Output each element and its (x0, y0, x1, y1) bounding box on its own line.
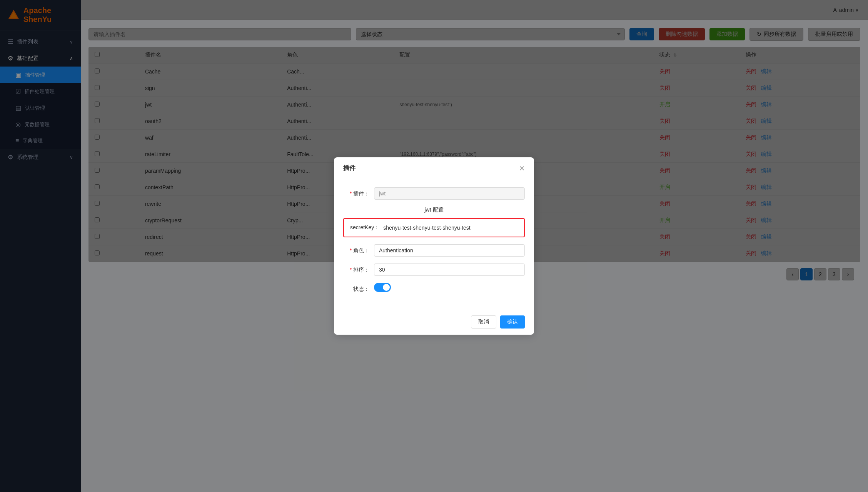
plugin-modal: 插件 ✕ * 插件： jwt 配置 secretKey： (334, 157, 534, 335)
form-row-plugin: * 插件： (343, 187, 525, 200)
config-box: secretKey： (343, 218, 525, 237)
required-marker: * (350, 267, 352, 273)
config-title: jwt 配置 (343, 207, 525, 213)
modal-body: * 插件： jwt 配置 secretKey： * 角色： (334, 178, 534, 309)
modal-overlay: 插件 ✕ * 插件： jwt 配置 secretKey： (0, 0, 868, 492)
config-value-input[interactable] (383, 225, 518, 231)
config-section: jwt 配置 secretKey： (343, 207, 525, 237)
cancel-button[interactable]: 取消 (471, 315, 496, 329)
plugin-input[interactable] (374, 187, 525, 200)
required-marker: * (350, 190, 352, 197)
role-label: * 角色： (343, 244, 374, 254)
modal-title: 插件 (343, 164, 356, 172)
plugin-label: * 插件： (343, 187, 374, 197)
form-row-status: 状态： (343, 283, 525, 293)
confirm-button[interactable]: 确认 (500, 315, 525, 329)
role-input[interactable] (374, 244, 525, 257)
modal-footer: 取消 确认 (334, 309, 534, 335)
form-row-role: * 角色： (343, 244, 525, 257)
status-toggle-wrap (374, 283, 391, 292)
required-marker: * (350, 247, 352, 254)
config-row: secretKey： (350, 224, 518, 231)
modal-header: 插件 ✕ (334, 157, 534, 178)
sort-label: * 排序： (343, 264, 374, 274)
toggle-slider (374, 283, 391, 292)
status-label: 状态： (343, 283, 374, 293)
modal-close-button[interactable]: ✕ (519, 165, 525, 172)
sort-input[interactable] (374, 264, 525, 276)
form-row-sort: * 排序： (343, 264, 525, 276)
status-toggle[interactable] (374, 283, 391, 292)
config-key-label: secretKey： (350, 224, 379, 231)
